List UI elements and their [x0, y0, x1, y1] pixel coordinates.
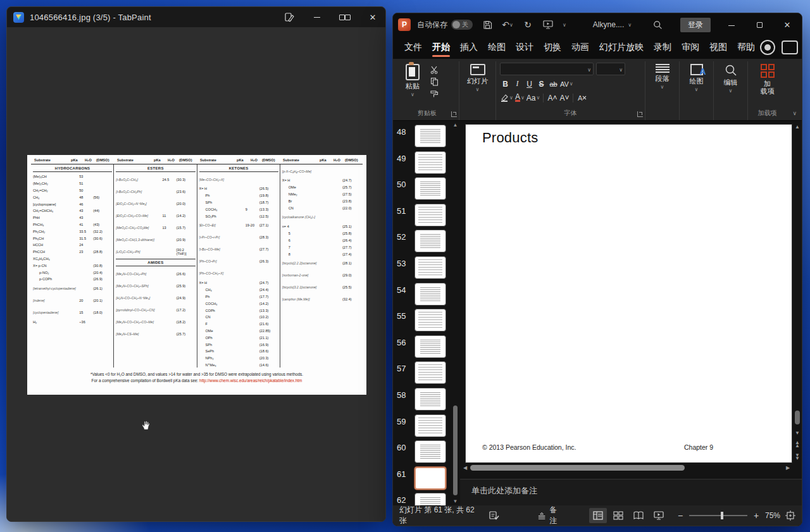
font-size-input[interactable]: ∨ [596, 63, 625, 75]
slide-thumbnail-56[interactable]: 56 [393, 334, 451, 361]
slide-thumbnail-48[interactable]: 48 [393, 123, 451, 150]
ribbon-tab-绘图[interactable]: 绘图 [483, 38, 511, 57]
underline-button[interactable]: U [524, 78, 535, 89]
slide-title[interactable]: Products [482, 130, 538, 146]
slide-thumbnail-preview[interactable] [414, 125, 446, 147]
spell-check-icon[interactable] [489, 511, 499, 520]
copy-icon[interactable] [428, 77, 440, 86]
previous-slide-icon[interactable]: ▲▲ [794, 441, 801, 447]
slide-thumbnail-preview[interactable] [414, 388, 446, 411]
paragraph-button[interactable]: 段落 ∨ [648, 61, 677, 90]
slide-vertical-scrollbar[interactable]: ▲ ▼ ▲▲ ▼▼ [794, 125, 801, 460]
zoom-in-button[interactable]: + [752, 510, 760, 521]
slide-thumbnail-preview[interactable] [414, 361, 446, 384]
clear-formatting-button[interactable]: A [576, 92, 587, 103]
slide-thumbnail-preview[interactable] [414, 493, 446, 505]
shadow-button[interactable]: S [536, 78, 547, 89]
ribbon-tab-开始[interactable]: 开始 [427, 38, 455, 57]
new-slide-button[interactable]: 幻灯片 ∨ [463, 61, 492, 92]
slide-thumbnail-58[interactable]: 58 [393, 387, 451, 413]
qat-overflow-chevron[interactable]: ∨ [563, 22, 566, 28]
slide-thumbnail-49[interactable]: 49 [393, 150, 451, 176]
slide-canvas[interactable]: Products © 2013 Pearson Education, Inc. … [466, 125, 792, 462]
slide-sorter-view-button[interactable] [609, 508, 627, 523]
character-spacing-button[interactable]: AV∨ [560, 78, 573, 89]
bold-button[interactable]: B [500, 78, 511, 89]
autosave-control[interactable]: 自动保存 关 [417, 20, 473, 30]
slide-thumbnail-preview[interactable] [414, 335, 446, 358]
cut-icon[interactable] [428, 65, 440, 74]
ribbon-tab-帮助[interactable]: 帮助 [732, 38, 760, 57]
scroll-down-icon[interactable]: ▼ [452, 498, 458, 504]
ribbon-tab-文件[interactable]: 文件 [399, 38, 427, 57]
slide-thumbnail-preview[interactable] [414, 467, 446, 490]
slide-thumbnail-52[interactable]: 52 [393, 228, 451, 255]
font-color-button[interactable]: A∨ [514, 92, 525, 103]
reading-view-button[interactable] [630, 508, 647, 523]
edit-image-icon[interactable] [283, 11, 296, 23]
slide-thumbnail-60[interactable]: 60 [393, 439, 451, 466]
thumbnail-panel-scrollbar[interactable]: ▲ ▼ [452, 121, 458, 505]
slide-thumbnail-preview[interactable] [414, 440, 446, 463]
notes-pane[interactable]: 单击此处添加备注 [460, 479, 802, 505]
decrease-font-size-button[interactable]: A˅ [559, 92, 570, 103]
paste-button[interactable]: 粘贴 ∨ [398, 61, 427, 98]
font-dialog-launcher-icon[interactable] [637, 111, 643, 117]
normal-view-button[interactable] [589, 508, 607, 523]
ribbon-tab-审阅[interactable]: 审阅 [676, 38, 704, 57]
scroll-left-icon[interactable]: ◀ [461, 465, 469, 471]
zoom-slider[interactable] [689, 515, 747, 516]
ribbon-tab-视图[interactable]: 视图 [704, 38, 732, 57]
close-button[interactable]: ✕ [366, 11, 379, 23]
maximize-button[interactable] [339, 11, 351, 23]
save-icon[interactable] [482, 19, 493, 30]
slideshow-view-button[interactable] [650, 508, 668, 523]
slide-thumbnail-preview[interactable] [414, 230, 446, 252]
scrollbar-thumb[interactable] [795, 411, 800, 424]
drawing-button[interactable]: A 绘图 ∨ [682, 61, 711, 92]
collapse-ribbon-chevron-icon[interactable]: ∨ [792, 110, 797, 116]
slide-thumbnail-preview[interactable] [414, 309, 446, 331]
zoom-slider-thumb[interactable] [721, 512, 723, 519]
autosave-toggle[interactable]: 关 [451, 20, 473, 30]
ribbon-tab-设计[interactable]: 设计 [511, 38, 539, 57]
format-painter-icon[interactable] [428, 89, 440, 98]
slide-thumbnail-53[interactable]: 53 [393, 255, 451, 281]
slide-thumbnail-57[interactable]: 57 [393, 360, 451, 387]
record-icon[interactable] [760, 40, 775, 55]
scrollbar-thumb[interactable] [453, 405, 458, 495]
slide-thumbnail-55[interactable]: 55 [393, 307, 451, 334]
ribbon-tab-动画[interactable]: 动画 [566, 38, 594, 57]
document-title[interactable]: Alkyne....∨ [593, 20, 632, 29]
slide-thumbnail-preview[interactable] [414, 204, 446, 226]
slide-thumbnail-54[interactable]: 54 [393, 281, 451, 308]
scroll-right-icon[interactable]: ▶ [784, 465, 792, 471]
ribbon-tab-插入[interactable]: 插入 [455, 38, 483, 57]
increase-font-size-button[interactable]: A˄ [547, 92, 558, 103]
addins-button[interactable]: 加载项 [753, 61, 782, 95]
scrollbar-thumb[interactable] [470, 465, 685, 471]
ribbon-tab-幻灯片放映[interactable]: 幻灯片放映 [594, 38, 649, 57]
tabpaint-canvas[interactable]: SubstratepKaH₂O(DMSO)SubstratepKaH₂O(DMS… [7, 27, 385, 521]
highlight-color-button[interactable]: ∨ [500, 92, 513, 103]
minimize-button[interactable] [311, 11, 323, 23]
slide-thumbnail-preview[interactable] [414, 177, 446, 200]
signin-button[interactable]: 登录 [680, 18, 711, 32]
undo-icon[interactable]: ↶∨ [502, 19, 513, 30]
scroll-up-icon[interactable]: ▲ [452, 122, 458, 128]
scroll-up-icon[interactable]: ▲ [794, 125, 801, 130]
slide-thumbnail-51[interactable]: 51 [393, 202, 451, 229]
slide-thumbnail-62[interactable]: 62 [393, 492, 451, 505]
ribbon-tab-切换[interactable]: 切换 [539, 38, 566, 57]
comments-icon[interactable] [782, 40, 798, 54]
close-button[interactable]: ✕ [782, 20, 793, 30]
zoom-out-button[interactable]: − [676, 510, 684, 521]
font-name-input[interactable]: ∨ [500, 63, 594, 75]
slide-number-indicator[interactable]: 幻灯片 第 61 张, 共 62 张 [399, 505, 480, 526]
search-icon[interactable] [653, 20, 663, 30]
slide-thumbnail-59[interactable]: 59 [393, 413, 451, 440]
start-slideshow-icon[interactable] [542, 19, 554, 30]
editing-button[interactable]: 编辑 ∨ [716, 61, 745, 94]
maximize-button[interactable] [754, 20, 765, 30]
change-case-button[interactable]: Aa∨ [526, 92, 540, 103]
